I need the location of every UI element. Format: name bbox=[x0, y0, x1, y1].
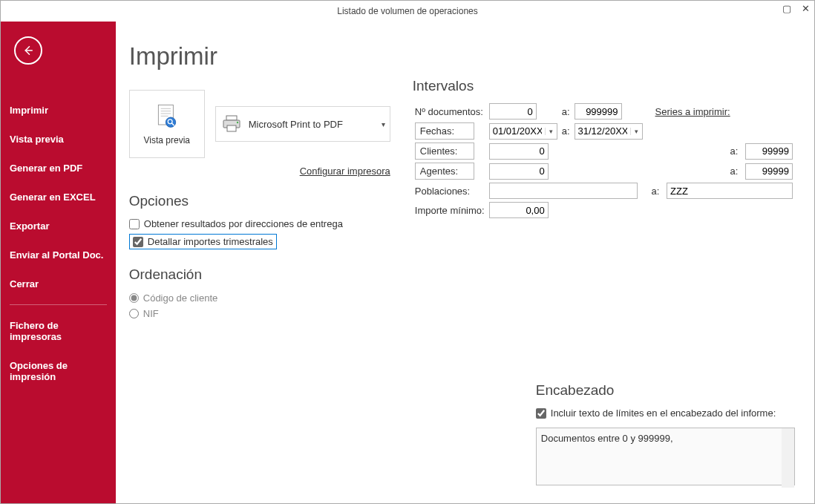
clients-to-input[interactable] bbox=[745, 143, 793, 160]
printer-icon bbox=[220, 114, 243, 134]
preview-button[interactable]: Vista previa bbox=[129, 90, 205, 158]
docs-to-input[interactable] bbox=[575, 103, 622, 120]
importe-label: Importe mínimo: bbox=[413, 200, 487, 220]
radio-nif-label: NIF bbox=[143, 308, 159, 319]
header-textarea[interactable] bbox=[536, 428, 795, 485]
sidebar-item-enviar-portal[interactable]: Enviar al Portal Doc. bbox=[1, 240, 116, 269]
sidebar-divider bbox=[10, 304, 107, 305]
radio-client-input[interactable] bbox=[129, 293, 139, 303]
dates-label-button[interactable]: Fechas: bbox=[415, 122, 474, 140]
maximize-icon[interactable]: ▢ bbox=[782, 4, 791, 14]
sidebar-item-fichero-impresoras[interactable]: Fichero de impresoras bbox=[1, 311, 116, 351]
poblaciones-to-input[interactable] bbox=[667, 183, 793, 199]
sidebar-item-generar-excel[interactable]: Generar en EXCEL bbox=[1, 183, 116, 212]
svg-point-11 bbox=[237, 122, 238, 123]
sidebar-item-vista-previa[interactable]: Vista previa bbox=[1, 125, 116, 154]
delivery-label: Obtener resultados por direcciones de en… bbox=[144, 218, 343, 229]
clients-from-input[interactable] bbox=[489, 143, 549, 160]
printer-name: Microsoft Print to PDF bbox=[249, 119, 343, 130]
sidebar-item-generar-pdf[interactable]: Generar en PDF bbox=[1, 154, 116, 183]
sidebar: Imprimir Vista previa Generar en PDF Gen… bbox=[1, 22, 116, 503]
chevron-down-icon[interactable]: ▾ bbox=[545, 128, 557, 135]
series-link[interactable]: Series a imprimir: bbox=[655, 106, 730, 117]
arrow-left-icon bbox=[22, 44, 35, 57]
agents-to-input[interactable] bbox=[745, 163, 793, 180]
importe-input[interactable] bbox=[489, 202, 549, 218]
a-label: a: bbox=[560, 102, 572, 121]
docs-from-input[interactable] bbox=[489, 103, 537, 120]
include-limits-label: Incluir texto de límites en el encabezad… bbox=[551, 408, 776, 419]
back-button[interactable] bbox=[14, 36, 42, 65]
header-heading: Encabezado bbox=[536, 382, 795, 399]
agents-from-input[interactable] bbox=[489, 163, 549, 180]
sidebar-item-exportar[interactable]: Exportar bbox=[1, 212, 116, 240]
configure-printer-link[interactable]: Configurar impresora bbox=[129, 166, 390, 177]
checkbox-delivery-addresses[interactable]: Obtener resultados por direcciones de en… bbox=[129, 217, 390, 231]
svg-rect-8 bbox=[226, 116, 237, 120]
sidebar-item-opciones-impresion[interactable]: Opciones de impresión bbox=[1, 351, 116, 391]
preview-label: Vista previa bbox=[144, 135, 190, 145]
document-preview-icon bbox=[152, 102, 182, 132]
radio-nif[interactable]: NIF bbox=[129, 306, 390, 321]
radio-client-label: Código de cliente bbox=[143, 292, 217, 304]
window-title: Listado de volumen de operaciones bbox=[337, 6, 477, 16]
radio-nif-input[interactable] bbox=[129, 309, 139, 318]
printer-dropdown[interactable]: Microsoft Print to PDF ▾ bbox=[215, 106, 390, 142]
poblaciones-from-input[interactable] bbox=[489, 183, 638, 199]
options-heading: Opciones bbox=[129, 193, 390, 209]
clients-label-button[interactable]: Clientes: bbox=[415, 143, 474, 160]
sidebar-item-imprimir[interactable]: Imprimir bbox=[1, 96, 116, 125]
docs-label: Nº documentos: bbox=[413, 102, 487, 121]
date-to-input[interactable] bbox=[575, 125, 630, 137]
page-title: Imprimir bbox=[129, 42, 795, 71]
checkbox-quarterly-detail[interactable]: Detallar importes trimestrales bbox=[129, 234, 277, 249]
checkbox-include-limits[interactable]: Incluir texto de límites en el encabezad… bbox=[536, 406, 795, 420]
include-limits-input[interactable] bbox=[536, 408, 546, 419]
ordering-heading: Ordenación bbox=[129, 266, 390, 283]
date-to-picker[interactable]: ▾ bbox=[575, 123, 643, 140]
intervals-heading: Intervalos bbox=[413, 78, 795, 94]
quarterly-checkbox-input[interactable] bbox=[133, 237, 143, 247]
quarterly-label: Detallar importes trimestrales bbox=[148, 236, 273, 247]
poblaciones-label: Poblaciones: bbox=[413, 181, 487, 200]
sidebar-item-cerrar[interactable]: Cerrar bbox=[1, 269, 116, 298]
chevron-down-icon: ▾ bbox=[382, 120, 385, 128]
title-bar: Listado de volumen de operaciones ▢ ✕ bbox=[1, 1, 814, 22]
chevron-down-icon[interactable]: ▾ bbox=[630, 128, 642, 135]
delivery-checkbox-input[interactable] bbox=[129, 219, 140, 229]
date-from-input[interactable] bbox=[490, 125, 545, 137]
close-icon[interactable]: ✕ bbox=[802, 4, 810, 14]
date-from-picker[interactable]: ▾ bbox=[489, 123, 557, 140]
radio-client-code[interactable]: Código de cliente bbox=[129, 290, 390, 306]
svg-rect-10 bbox=[227, 125, 236, 131]
agents-label-button[interactable]: Agentes: bbox=[415, 163, 474, 180]
